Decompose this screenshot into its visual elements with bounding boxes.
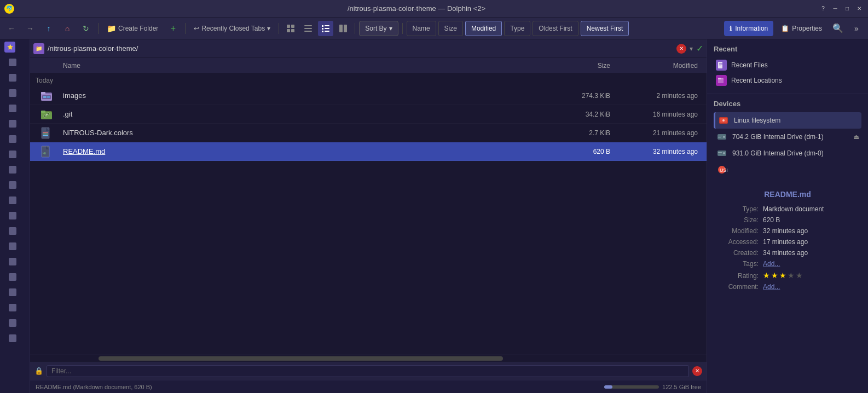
bookmark-icon-6: [9, 120, 16, 128]
recently-closed-icon: ↩: [194, 25, 199, 32]
bookmark-icon-9: [9, 166, 16, 174]
filter-clear-button[interactable]: ✕: [692, 366, 702, 376]
create-folder-button[interactable]: 📁 Create Folder: [102, 20, 163, 37]
refresh-button[interactable]: ↻: [78, 20, 94, 37]
view-list-button[interactable]: [300, 21, 316, 36]
scrollbar-thumb[interactable]: [99, 356, 503, 361]
sidebar-item-16[interactable]: [0, 269, 30, 285]
sidebar-item-19[interactable]: [0, 315, 30, 331]
address-clear-button[interactable]: ✕: [676, 44, 686, 54]
col-name-header[interactable]: Name: [30, 62, 553, 70]
address-input[interactable]: [48, 44, 673, 53]
sort-newest-button[interactable]: Newest First: [581, 21, 629, 36]
star-3[interactable]: ★: [779, 271, 786, 280]
sidebar-item-2[interactable]: [0, 55, 30, 70]
sidebar-item-14[interactable]: [0, 239, 30, 254]
sidebar-item-18[interactable]: [0, 300, 30, 315]
sort-size-button[interactable]: Size: [438, 21, 463, 36]
view-split-button[interactable]: [335, 21, 351, 36]
sidebar-item-4[interactable]: [0, 85, 30, 101]
star-5[interactable]: ★: [796, 271, 803, 280]
help-button[interactable]: ?: [819, 4, 828, 13]
star-4[interactable]: ★: [788, 271, 795, 280]
eject-1-icon[interactable]: ⏏: [853, 133, 859, 141]
sidebar-item-13[interactable]: [0, 223, 30, 239]
device-linux-filesystem[interactable]: Linux filesystem: [714, 112, 861, 129]
new-tab-button[interactable]: +: [165, 20, 181, 37]
star-2[interactable]: ★: [771, 271, 778, 280]
info-tags-add[interactable]: Add...: [763, 260, 861, 268]
forward-button[interactable]: →: [22, 20, 38, 37]
sidebar-item-20[interactable]: [0, 331, 30, 346]
sort-oldest-button[interactable]: Oldest First: [533, 21, 578, 36]
sort-name-button[interactable]: Name: [407, 21, 436, 36]
information-button[interactable]: ℹ Information: [724, 21, 773, 36]
sidebar-item-3[interactable]: [0, 70, 30, 85]
filter-input[interactable]: [47, 365, 689, 377]
information-label: Information: [735, 25, 768, 32]
col-modified-header[interactable]: Modified: [619, 62, 707, 70]
sidebar-item-15[interactable]: [0, 254, 30, 269]
device-usb[interactable]: USB: [714, 161, 861, 178]
folder-git-icon: [40, 108, 53, 120]
create-folder-label: Create Folder: [118, 25, 158, 32]
toolbar-separator-1: [98, 23, 99, 34]
recent-files-item[interactable]: Recent Files: [714, 57, 861, 73]
star-1[interactable]: ★: [763, 271, 770, 280]
file-row-git[interactable]: .git 34.2 KiB 16 minutes ago: [30, 105, 707, 124]
view-details-button[interactable]: [318, 21, 333, 36]
sidebar-item-10[interactable]: [0, 177, 30, 193]
file-row-images[interactable]: images 274.3 KiB 2 minutes ago: [30, 86, 707, 105]
close-button[interactable]: ✕: [855, 4, 864, 13]
info-rating-stars[interactable]: ★ ★ ★ ★ ★: [763, 271, 803, 280]
recently-closed-label: Recently Closed Tabs: [201, 25, 265, 32]
address-confirm-icon[interactable]: ✓: [696, 43, 703, 54]
search-icon: 🔍: [832, 23, 843, 33]
svg-rect-38: [719, 63, 722, 64]
sidebar-item-11[interactable]: [0, 193, 30, 208]
sidebar-item-7[interactable]: [0, 131, 30, 147]
sort-modified-button[interactable]: Modified: [465, 21, 502, 36]
information-icon: ℹ: [730, 25, 732, 32]
svg-rect-8: [325, 25, 329, 26]
svg-point-52: [723, 152, 725, 154]
recent-locations-item[interactable]: Recent Locations: [714, 73, 861, 88]
devices-section: Devices Linux filesystem: [707, 94, 868, 183]
search-button[interactable]: 🔍: [830, 20, 846, 37]
filter-lock-icon: 🔒: [34, 367, 43, 375]
sort-by-button[interactable]: Sort By ▾: [359, 21, 398, 36]
maximize-button[interactable]: □: [843, 4, 852, 13]
sidebar-item-6[interactable]: [0, 116, 30, 131]
file-size-colors: 2.7 KiB: [553, 129, 619, 137]
file-row-readme[interactable]: MD README.md 620 B 32 minutes ago: [30, 142, 707, 161]
svg-point-46: [722, 119, 725, 122]
file-row-colors[interactable]: NiTROUS-Dark.colors 2.7 KiB 21 minutes a…: [30, 124, 707, 142]
sidebar-item-1[interactable]: ⭐: [0, 39, 30, 55]
recently-closed-chevron-icon: ▾: [267, 25, 270, 32]
minimize-button[interactable]: ─: [831, 4, 840, 13]
view-icons-button[interactable]: [283, 21, 298, 36]
up-button[interactable]: ↑: [40, 20, 57, 37]
sidebar-item-8[interactable]: [0, 147, 30, 162]
toolbar-separator-2: [185, 23, 186, 34]
recently-closed-tabs-button[interactable]: ↩ Recently Closed Tabs ▾: [189, 20, 275, 37]
sidebar-item-9[interactable]: [0, 162, 30, 177]
home-button[interactable]: ⌂: [59, 20, 76, 37]
horizontal-scrollbar[interactable]: [30, 355, 707, 361]
svg-rect-20: [47, 96, 50, 98]
sidebar-item-12[interactable]: [0, 208, 30, 223]
device-internal-2[interactable]: 931.0 GiB Internal Drive (dm-0): [714, 145, 861, 161]
bookmark-icon-7: [9, 135, 16, 143]
svg-rect-0: [287, 25, 290, 28]
properties-button[interactable]: 📋 Properties: [776, 21, 828, 36]
back-button[interactable]: ←: [3, 20, 20, 37]
sidebar-item-17[interactable]: [0, 285, 30, 300]
content-area: 📁 ✕ ▾ ✓ Name Size Modified Today: [30, 39, 707, 393]
device-internal-1[interactable]: 704.2 GiB Internal Drive (dm-1) ⏏: [714, 129, 861, 145]
expand-button[interactable]: »: [848, 20, 865, 37]
address-dropdown-icon[interactable]: ▾: [690, 45, 693, 53]
col-size-header[interactable]: Size: [553, 62, 619, 70]
sort-type-button[interactable]: Type: [504, 21, 530, 36]
sidebar-item-5[interactable]: [0, 101, 30, 116]
info-comment-add[interactable]: Add...: [763, 283, 861, 291]
